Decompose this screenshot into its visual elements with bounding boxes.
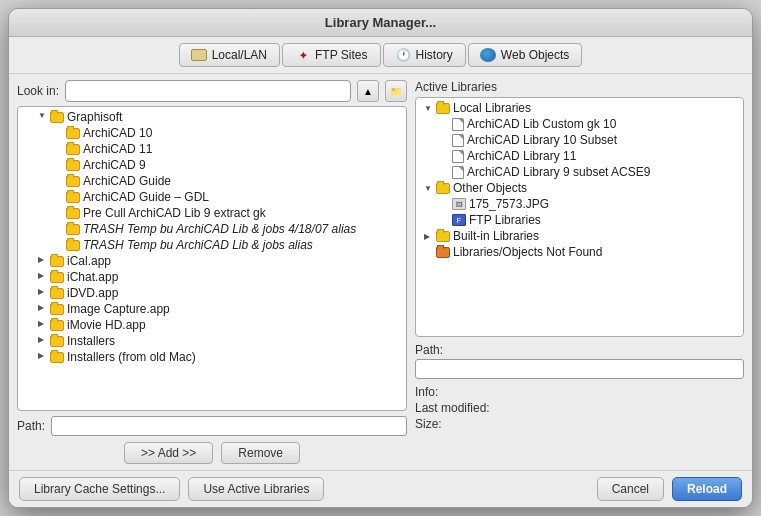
active-tree-item-label: ArchiCAD Library 9 subset ACSE9: [467, 165, 650, 179]
active-tree-item-label: Built-in Libraries: [453, 229, 539, 243]
size-row: Size:: [415, 417, 744, 431]
active-tree-item[interactable]: ArchiCAD Lib Custom gk 10: [416, 116, 743, 132]
tree-item[interactable]: Pre Cull ArchiCAD Lib 9 extract gk: [18, 205, 406, 221]
tree-item-label: Image Capture.app: [67, 302, 170, 316]
tree-item-label: iMovie HD.app: [67, 318, 146, 332]
tab-local-lan[interactable]: Local/LAN: [179, 43, 280, 67]
clock-icon: 🕐: [396, 47, 412, 63]
tree-item[interactable]: ArchiCAD Guide: [18, 173, 406, 189]
look-in-new-button[interactable]: 📁: [385, 80, 407, 102]
active-tree-item[interactable]: 🖼175_7573.JPG: [416, 196, 743, 212]
tree-item[interactable]: TRASH Temp bu ArchiCAD Lib & jobs alias: [18, 237, 406, 253]
tree-item[interactable]: ArchiCAD 9: [18, 157, 406, 173]
info-section: Info: Last modified: Size:: [415, 385, 744, 431]
tree-item[interactable]: ▶iCal.app: [18, 253, 406, 269]
tree-item-label: Installers (from old Mac): [67, 350, 196, 364]
tree-item-label: ArchiCAD 9: [83, 158, 146, 172]
last-modified-key: Last modified:: [415, 401, 490, 415]
tree-item-label: iCal.app: [67, 254, 111, 268]
tab-history[interactable]: 🕐 History: [383, 43, 466, 67]
tree-item[interactable]: ▼Graphisoft: [18, 109, 406, 125]
tree-item[interactable]: ▶Installers: [18, 333, 406, 349]
use-active-button[interactable]: Use Active Libraries: [188, 477, 324, 501]
main-content: Look in: ▲ 📁 ▼GraphisoftArchiCAD 10Archi…: [9, 74, 752, 470]
tree-item[interactable]: ▶iDVD.app: [18, 285, 406, 301]
right-panel: Active Libraries ▼Local LibrariesArchiCA…: [415, 80, 744, 464]
active-tree-item[interactable]: Libraries/Objects Not Found: [416, 244, 743, 260]
active-libraries-label: Active Libraries: [415, 80, 744, 94]
active-tree-item[interactable]: ▼Local Libraries: [416, 100, 743, 116]
add-button[interactable]: >> Add >>: [124, 442, 213, 464]
ftp-icon: ✦: [295, 47, 311, 63]
tree-item-label: ArchiCAD Guide – GDL: [83, 190, 209, 204]
add-remove-row: >> Add >> Remove: [17, 442, 407, 464]
left-panel: Look in: ▲ 📁 ▼GraphisoftArchiCAD 10Archi…: [17, 80, 407, 464]
tree-item[interactable]: ▶iMovie HD.app: [18, 317, 406, 333]
look-in-label: Look in:: [17, 84, 59, 98]
right-path-section: Path:: [415, 343, 744, 379]
tree-item-label: ArchiCAD 11: [83, 142, 152, 156]
left-path-row: Path:: [17, 416, 407, 436]
right-path-label: Path:: [415, 343, 443, 357]
look-in-row: Look in: ▲ 📁: [17, 80, 407, 102]
info-label: Info:: [415, 385, 438, 399]
active-tree-item-label: ArchiCAD Library 11: [467, 149, 576, 163]
tree-item[interactable]: ▶Installers (from old Mac): [18, 349, 406, 365]
tree-item[interactable]: ▶iChat.app: [18, 269, 406, 285]
hdd-icon: [192, 47, 208, 63]
tab-local-lan-label: Local/LAN: [212, 48, 267, 62]
tree-item-label: ArchiCAD Guide: [83, 174, 171, 188]
tree-item[interactable]: ArchiCAD 10: [18, 125, 406, 141]
tree-item-label: iChat.app: [67, 270, 118, 284]
library-manager-dialog: Library Manager... Local/LAN ✦ FTP Sites…: [8, 8, 753, 508]
remove-button[interactable]: Remove: [221, 442, 300, 464]
tree-item[interactable]: ArchiCAD Guide – GDL: [18, 189, 406, 205]
globe-icon: [481, 47, 497, 63]
look-in-up-button[interactable]: ▲: [357, 80, 379, 102]
size-key: Size:: [415, 417, 442, 431]
tree-item-label: iDVD.app: [67, 286, 118, 300]
active-tree-item-label: Libraries/Objects Not Found: [453, 245, 602, 259]
reload-button[interactable]: Reload: [672, 477, 742, 501]
title-bar: Library Manager...: [9, 9, 752, 37]
active-tree-item[interactable]: ▶Built-in Libraries: [416, 228, 743, 244]
active-tree-item[interactable]: ArchiCAD Library 10 Subset: [416, 132, 743, 148]
active-tree-item[interactable]: ArchiCAD Library 9 subset ACSE9: [416, 164, 743, 180]
active-tree-item[interactable]: FFTP Libraries: [416, 212, 743, 228]
last-modified-row: Last modified:: [415, 401, 744, 415]
tree-item-label: TRASH Temp bu ArchiCAD Lib & jobs 4/18/0…: [83, 222, 356, 236]
tab-web-objects[interactable]: Web Objects: [468, 43, 582, 67]
left-path-input[interactable]: [51, 416, 407, 436]
tree-item-label: TRASH Temp bu ArchiCAD Lib & jobs alias: [83, 238, 313, 252]
toolbar: Local/LAN ✦ FTP Sites 🕐 History Web Obje…: [9, 37, 752, 74]
active-tree-item-label: Other Objects: [453, 181, 527, 195]
library-cache-button[interactable]: Library Cache Settings...: [19, 477, 180, 501]
active-tree[interactable]: ▼Local LibrariesArchiCAD Lib Custom gk 1…: [415, 97, 744, 337]
tree-item-label: Pre Cull ArchiCAD Lib 9 extract gk: [83, 206, 266, 220]
tab-history-label: History: [416, 48, 453, 62]
bottom-bar: Library Cache Settings... Use Active Lib…: [9, 470, 752, 507]
active-tree-item[interactable]: ▼Other Objects: [416, 180, 743, 196]
tab-ftp-sites[interactable]: ✦ FTP Sites: [282, 43, 380, 67]
look-in-select[interactable]: [65, 80, 351, 102]
right-path-input[interactable]: [415, 359, 744, 379]
tree-item[interactable]: TRASH Temp bu ArchiCAD Lib & jobs 4/18/0…: [18, 221, 406, 237]
tab-web-objects-label: Web Objects: [501, 48, 569, 62]
active-tree-item[interactable]: ArchiCAD Library 11: [416, 148, 743, 164]
dialog-title: Library Manager...: [325, 15, 436, 30]
active-tree-item-label: Local Libraries: [453, 101, 531, 115]
cancel-button[interactable]: Cancel: [597, 477, 664, 501]
left-path-label: Path:: [17, 419, 45, 433]
active-tree-item-label: ArchiCAD Library 10 Subset: [467, 133, 617, 147]
active-tree-item-label: 175_7573.JPG: [469, 197, 549, 211]
tree-item-label: ArchiCAD 10: [83, 126, 152, 140]
tree-item-label: Installers: [67, 334, 115, 348]
tab-ftp-sites-label: FTP Sites: [315, 48, 367, 62]
active-tree-item-label: ArchiCAD Lib Custom gk 10: [467, 117, 616, 131]
tree-item[interactable]: ▶Image Capture.app: [18, 301, 406, 317]
file-tree[interactable]: ▼GraphisoftArchiCAD 10ArchiCAD 11ArchiCA…: [17, 106, 407, 411]
tree-item-label: Graphisoft: [67, 110, 122, 124]
active-tree-item-label: FTP Libraries: [469, 213, 541, 227]
tree-item[interactable]: ArchiCAD 11: [18, 141, 406, 157]
